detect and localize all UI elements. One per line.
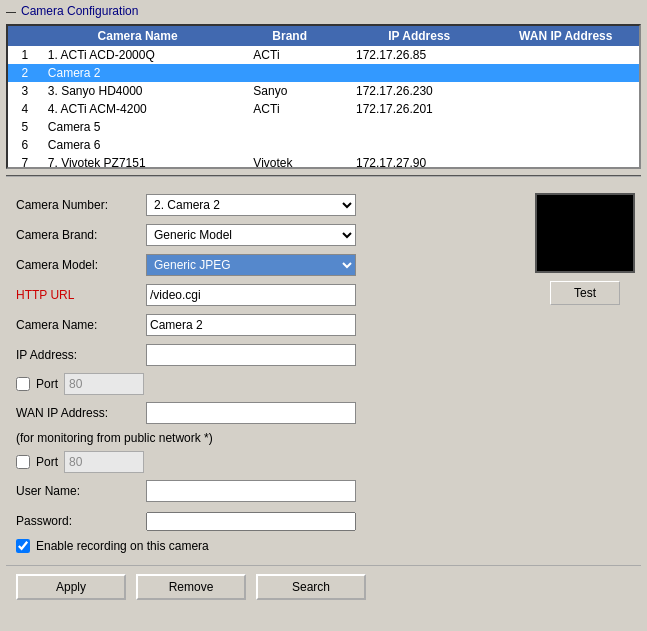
enable-recording-row: Enable recording on this camera bbox=[16, 539, 525, 553]
username-label: User Name: bbox=[16, 484, 146, 498]
http-url-input[interactable] bbox=[146, 284, 356, 306]
table-row[interactable]: 6 Camera 6 bbox=[8, 136, 639, 154]
wan-ip-label: WAN IP Address: bbox=[16, 406, 146, 420]
camera-model-row: Camera Model: Generic JPEGModel AModel B bbox=[16, 253, 525, 277]
port-checkbox[interactable] bbox=[16, 377, 30, 391]
table-row[interactable]: 3 3. Sanyo HD4000 Sanyo 172.17.26.230 bbox=[8, 82, 639, 100]
title-bar: — Camera Configuration bbox=[0, 0, 647, 22]
cell-wan bbox=[492, 154, 639, 169]
cell-brand bbox=[233, 118, 346, 136]
cell-id: 5 bbox=[8, 118, 42, 136]
cell-id: 2 bbox=[8, 64, 42, 82]
wan-ip-input[interactable] bbox=[146, 402, 356, 424]
camera-preview bbox=[535, 193, 635, 273]
form-section: Camera Number: 1. ACTi ACD-2000Q2. Camer… bbox=[6, 183, 641, 565]
camera-number-select[interactable]: 1. ACTi ACD-2000Q2. Camera 23. Sanyo HD4… bbox=[146, 194, 356, 216]
http-url-row: HTTP URL bbox=[16, 283, 525, 307]
port-input[interactable] bbox=[64, 373, 144, 395]
button-bar: Apply Remove Search bbox=[6, 565, 641, 608]
camera-name-row: Camera Name: bbox=[16, 313, 525, 337]
enable-recording-checkbox[interactable] bbox=[16, 539, 30, 553]
col-header-brand: Brand bbox=[233, 26, 346, 46]
port-row: Port bbox=[16, 373, 525, 395]
camera-brand-label: Camera Brand: bbox=[16, 228, 146, 242]
camera-name-input[interactable] bbox=[146, 314, 356, 336]
camera-table: Camera Name Brand IP Address WAN IP Addr… bbox=[8, 26, 639, 169]
wan-port-label: Port bbox=[36, 455, 58, 469]
wan-port-checkbox[interactable] bbox=[16, 455, 30, 469]
camera-table-wrapper: Camera Name Brand IP Address WAN IP Addr… bbox=[6, 24, 641, 169]
cell-id: 3 bbox=[8, 82, 42, 100]
camera-brand-select[interactable]: Generic ModelACTiAxisSanyoVivotekQNAP bbox=[146, 224, 356, 246]
ip-address-label: IP Address: bbox=[16, 348, 146, 362]
cell-brand: Sanyo bbox=[233, 82, 346, 100]
cell-id: 4 bbox=[8, 100, 42, 118]
camera-number-label: Camera Number: bbox=[16, 198, 146, 212]
search-button[interactable]: Search bbox=[256, 574, 366, 600]
camera-model-label: Camera Model: bbox=[16, 258, 146, 272]
cell-wan bbox=[492, 64, 639, 82]
cell-name: 1. ACTi ACD-2000Q bbox=[42, 46, 234, 64]
wan-note: (for monitoring from public network *) bbox=[16, 431, 525, 445]
form-fields: Camera Number: 1. ACTi ACD-2000Q2. Camer… bbox=[16, 193, 525, 559]
col-header-wan: WAN IP Address bbox=[492, 26, 639, 46]
cell-id: 6 bbox=[8, 136, 42, 154]
ip-address-input[interactable] bbox=[146, 344, 356, 366]
cell-brand bbox=[233, 64, 346, 82]
apply-button[interactable]: Apply bbox=[16, 574, 126, 600]
test-button[interactable]: Test bbox=[550, 281, 620, 305]
cell-name: Camera 6 bbox=[42, 136, 234, 154]
right-panel: Test bbox=[535, 193, 635, 559]
camera-brand-row: Camera Brand: Generic ModelACTiAxisSanyo… bbox=[16, 223, 525, 247]
cell-wan bbox=[492, 46, 639, 64]
camera-name-label: Camera Name: bbox=[16, 318, 146, 332]
remove-button[interactable]: Remove bbox=[136, 574, 246, 600]
cell-wan bbox=[492, 118, 639, 136]
col-header-ip: IP Address bbox=[346, 26, 492, 46]
cell-ip bbox=[346, 64, 492, 82]
port-label: Port bbox=[36, 377, 58, 391]
username-row: User Name: bbox=[16, 479, 525, 503]
cell-ip bbox=[346, 136, 492, 154]
cell-wan bbox=[492, 82, 639, 100]
cell-id: 7 bbox=[8, 154, 42, 169]
cell-ip: 172.17.26.201 bbox=[346, 100, 492, 118]
cell-name: 7. Vivotek PZ7151 bbox=[42, 154, 234, 169]
cell-brand: ACTi bbox=[233, 100, 346, 118]
ip-address-row: IP Address: bbox=[16, 343, 525, 367]
username-input[interactable] bbox=[146, 480, 356, 502]
cell-wan bbox=[492, 100, 639, 118]
cell-name: Camera 2 bbox=[42, 64, 234, 82]
cell-ip: 172.17.26.85 bbox=[346, 46, 492, 64]
table-row[interactable]: 5 Camera 5 bbox=[8, 118, 639, 136]
cell-brand: ACTi bbox=[233, 46, 346, 64]
table-row[interactable]: 1 1. ACTi ACD-2000Q ACTi 172.17.26.85 bbox=[8, 46, 639, 64]
cell-brand: Vivotek bbox=[233, 154, 346, 169]
camera-number-row: Camera Number: 1. ACTi ACD-2000Q2. Camer… bbox=[16, 193, 525, 217]
table-row[interactable]: 2 Camera 2 bbox=[8, 64, 639, 82]
cell-wan bbox=[492, 136, 639, 154]
http-url-label: HTTP URL bbox=[16, 288, 146, 302]
enable-recording-label: Enable recording on this camera bbox=[36, 539, 209, 553]
col-header-num bbox=[8, 26, 42, 46]
wan-port-input[interactable] bbox=[64, 451, 144, 473]
password-label: Password: bbox=[16, 514, 146, 528]
cell-brand bbox=[233, 136, 346, 154]
cell-name: 3. Sanyo HD4000 bbox=[42, 82, 234, 100]
cell-ip: 172.17.27.90 bbox=[346, 154, 492, 169]
cell-name: 4. ACTi ACM-4200 bbox=[42, 100, 234, 118]
password-row: Password: bbox=[16, 509, 525, 533]
cell-id: 1 bbox=[8, 46, 42, 64]
wan-ip-row: WAN IP Address: bbox=[16, 401, 525, 425]
wan-port-row: Port bbox=[16, 451, 525, 473]
cell-ip bbox=[346, 118, 492, 136]
cell-name: Camera 5 bbox=[42, 118, 234, 136]
window-title: Camera Configuration bbox=[21, 4, 138, 18]
password-input[interactable] bbox=[146, 512, 356, 531]
col-header-name: Camera Name bbox=[42, 26, 234, 46]
table-row[interactable]: 4 4. ACTi ACM-4200 ACTi 172.17.26.201 bbox=[8, 100, 639, 118]
collapse-icon[interactable]: — bbox=[6, 6, 16, 17]
camera-model-select[interactable]: Generic JPEGModel AModel B bbox=[146, 254, 356, 276]
cell-ip: 172.17.26.230 bbox=[346, 82, 492, 100]
table-row[interactable]: 7 7. Vivotek PZ7151 Vivotek 172.17.27.90 bbox=[8, 154, 639, 169]
